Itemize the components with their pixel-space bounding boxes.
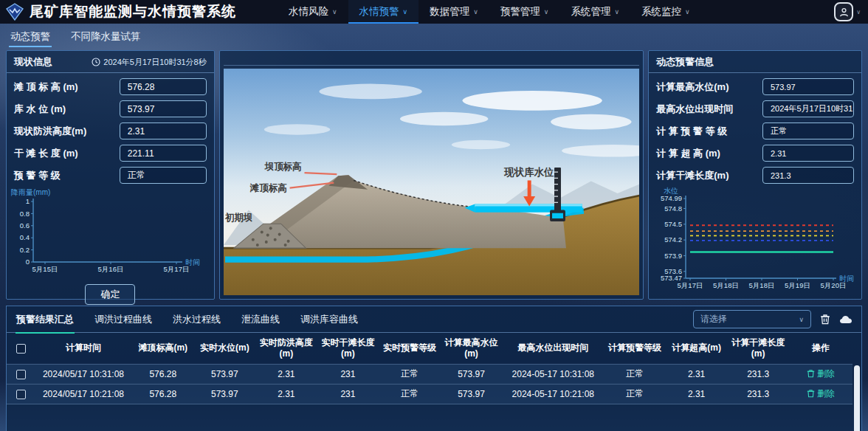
app-logo-icon (6, 3, 24, 21)
result-select[interactable]: 请选择 ∨ (693, 310, 811, 328)
field-label: 滩 顶 标 高 (m) (14, 80, 78, 94)
field-input[interactable]: 231.3 (762, 167, 854, 184)
subtab-1[interactable]: 动态预警 (9, 29, 52, 47)
column-header: 最高水位出现时间 (502, 333, 604, 364)
results-tab-bar: 预警结果汇总调洪过程曲线洪水过程线泄流曲线调洪库容曲线 请选择 ∨ (7, 306, 861, 333)
confirm-button[interactable]: 确定 (85, 284, 135, 305)
chevron-down-icon: ∨ (614, 8, 619, 15)
status-panel-title: 现状信息 (14, 55, 52, 69)
field-row: 计算最高水位(m)573.97 (656, 78, 854, 95)
cell: 2.31 (255, 364, 317, 384)
field-input[interactable]: 正常 (762, 123, 854, 139)
results-tab-4[interactable]: 泄流曲线 (241, 306, 280, 333)
svg-text:5月17日: 5月17日 (164, 265, 190, 273)
cell: 231.3 (727, 364, 789, 384)
svg-text:574.5: 574.5 (664, 220, 682, 228)
warning-panel-title: 动态预警信息 (656, 55, 714, 69)
user-avatar[interactable] (834, 2, 853, 21)
field-input[interactable]: 2.31 (762, 145, 854, 162)
trash-icon (807, 389, 815, 398)
column-header: 实时干滩长度 (m) (317, 333, 379, 364)
cell: 573.97 (441, 364, 503, 384)
nav-item-label: 系统管理 (571, 5, 610, 18)
nav-item-1[interactable]: 水情风险∨ (278, 0, 348, 24)
cell: 573.97 (194, 384, 256, 404)
svg-text:0.6: 0.6 (20, 221, 30, 230)
nav-item-6[interactable]: 系统监控∨ (630, 0, 701, 24)
delete-label: 删除 (817, 387, 835, 400)
results-tab-1[interactable]: 预警结果汇总 (16, 306, 75, 333)
select-all-checkbox[interactable] (16, 344, 26, 354)
results-tab-3[interactable]: 洪水过程线 (172, 306, 221, 333)
field-input[interactable]: 576.28 (120, 78, 207, 95)
svg-text:574.8: 574.8 (664, 204, 682, 213)
nav-item-5[interactable]: 系统管理∨ (559, 0, 630, 24)
svg-text:573.6: 573.6 (664, 267, 682, 275)
svg-text:573.9: 573.9 (664, 252, 682, 260)
svg-text:0.2: 0.2 (20, 246, 30, 254)
water-level-chart: 水位时间573.47573.6573.9574.2574.5574.8574.9… (652, 185, 860, 297)
field-label: 最高水位出现时间 (656, 103, 733, 116)
row-checkbox[interactable] (16, 370, 26, 379)
field-input[interactable]: 573.97 (120, 100, 207, 117)
table-scrollbar[interactable] (854, 365, 860, 431)
column-header: 操作 (789, 333, 852, 364)
delete-label: 删除 (817, 368, 835, 380)
nav-item-label: 系统监控 (641, 5, 681, 18)
action-cell: 删除 (789, 364, 852, 384)
chevron-down-icon: ∨ (473, 8, 478, 15)
results-panel: 预警结果汇总调洪过程曲线洪水过程线泄流曲线调洪库容曲线 请选择 ∨ 计算时间滩顶… (6, 306, 862, 431)
field-input[interactable]: 正常 (120, 167, 207, 184)
column-header: 计算最高水位 (m) (441, 333, 503, 364)
svg-text:1: 1 (26, 197, 30, 205)
dynamic-warning-panel: 动态预警信息 计算最高水位(m)573.97最高水位出现时间2024年5月17日… (648, 50, 862, 300)
field-row: 干 滩 长 度 (m)221.11 (14, 145, 207, 162)
delete-icon[interactable] (820, 314, 830, 325)
row-checkbox[interactable] (16, 390, 26, 399)
results-tab-5[interactable]: 调洪库容曲线 (300, 306, 359, 333)
field-input[interactable]: 573.97 (762, 78, 854, 95)
status-panel: 现状信息 2024年5月17日10时31分8秒 滩 顶 标 高 (m)576.2… (6, 50, 215, 300)
svg-text:5月18日: 5月18日 (749, 281, 775, 289)
delete-button[interactable]: 删除 (807, 368, 835, 380)
nav-item-4[interactable]: 预警管理∨ (489, 0, 560, 24)
label-beach-crest: 滩顶标高 (249, 182, 287, 193)
header-checkbox-cell (7, 333, 35, 364)
app-header: 尾矿库智能监测与水情预警系统 水情风险∨水情预警∨数据管理∨预警管理∨系统管理∨… (0, 0, 868, 24)
cell: 正常 (379, 364, 441, 384)
field-input[interactable]: 221.11 (120, 145, 207, 162)
nav-item-3[interactable]: 数据管理∨ (418, 0, 489, 24)
column-header: 计算超高(m) (666, 333, 728, 364)
action-cell: 删除 (789, 384, 852, 404)
chevron-down-icon[interactable]: ∨ (856, 9, 861, 15)
subtab-2[interactable]: 不同降水量试算 (69, 29, 142, 47)
cell: 2.31 (666, 384, 728, 404)
delete-button[interactable]: 删除 (807, 387, 835, 400)
cell: 正常 (604, 384, 666, 404)
column-header: 计算干滩长度 (m) (727, 333, 789, 364)
results-tab-2[interactable]: 调洪过程曲线 (94, 306, 153, 333)
field-input[interactable]: 2.31 (120, 123, 207, 139)
field-label: 现状防洪高度(m) (14, 125, 86, 138)
svg-text:5月15日: 5月15日 (32, 265, 58, 273)
nav-item-2[interactable]: 水情预警∨ (348, 0, 419, 24)
cell: 231 (317, 364, 379, 384)
results-table: 计算时间滩顶标高(m)实时水位(m)实时防洪高度 (m)实时干滩长度 (m)实时… (7, 333, 852, 404)
results-table-wrap: 计算时间滩顶标高(m)实时水位(m)实时防洪高度 (m)实时干滩长度 (m)实时… (7, 333, 861, 404)
chevron-down-icon: ∨ (685, 8, 690, 15)
column-header: 实时水位(m) (194, 333, 256, 364)
svg-text:0: 0 (26, 258, 30, 266)
field-row: 预 警 等 级正常 (14, 167, 207, 184)
nav-item-label: 预警管理 (500, 5, 540, 18)
field-label: 计 算 预 警 等 级 (656, 125, 727, 138)
cloud-download-icon[interactable] (839, 314, 852, 324)
label-current-level: 现状库水位 (503, 167, 554, 178)
field-row: 计算干滩长度(m)231.3 (656, 167, 854, 184)
svg-text:5月18日: 5月18日 (713, 281, 739, 289)
cell: 2.31 (666, 364, 728, 384)
cell: 2024-05-17 10:21:08 (502, 384, 604, 404)
field-input[interactable]: 2024年5月17日10时31: (762, 100, 854, 117)
svg-text:0.4: 0.4 (20, 233, 30, 241)
cell: 正常 (604, 364, 666, 384)
cell: 2024/05/17 10:21:08 (35, 384, 132, 404)
